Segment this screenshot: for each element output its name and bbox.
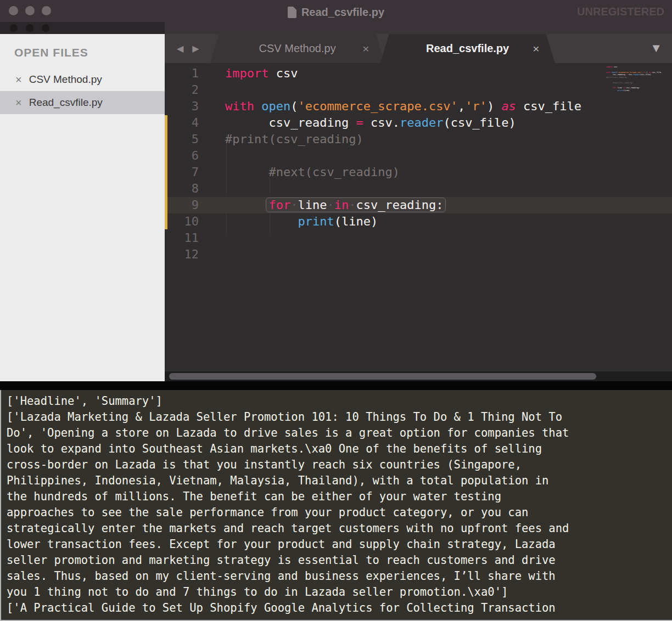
code-text — [209, 246, 225, 263]
code-token: open — [261, 99, 290, 113]
code-token: (csv_file) — [640, 74, 651, 76]
code-line-9[interactable]: 9 for·line·in·csv_reading: — [165, 197, 672, 213]
file-name-label: CSV Method.py — [29, 74, 102, 86]
code-token: print — [298, 214, 334, 228]
code-line-4[interactable]: 4 csv_reading = csv.reader(csv_file) — [165, 115, 672, 131]
code-text: csv_reading = csv.reader(csv_file) — [209, 115, 516, 131]
code-token: #next(csv_reading) — [606, 82, 633, 84]
console-line: ['A Practical Guide to Set Up Shopify Go… — [7, 600, 672, 616]
tab-overflow-icon[interactable]: ▼ — [650, 41, 662, 55]
console-line: seller promotion and marketing strategy … — [7, 552, 672, 568]
code-token: csv — [268, 66, 298, 80]
line-number: 5 — [165, 131, 209, 148]
tab-csv-method-py[interactable]: CSV Method.py× — [210, 34, 385, 63]
code-token: · — [327, 198, 334, 212]
code-line-1[interactable]: 1import csv — [165, 65, 672, 82]
modified-region-marker — [165, 115, 167, 229]
code-token: csv. — [628, 74, 633, 76]
code-line-3[interactable]: 3with open('ecommerce_scrape.csv','r') a… — [165, 98, 672, 115]
code-token: (line) — [623, 89, 630, 92]
code-token: 'r' — [465, 99, 487, 113]
code-token — [606, 87, 613, 89]
minimap[interactable]: import csvwith open('ecommerce_scrape.cs… — [605, 65, 672, 99]
code-line-7[interactable]: 7 #next(csv_reading) — [165, 164, 672, 180]
line-number: 6 — [165, 148, 209, 164]
sublime-text-window: Read_csvfile.py UNREGISTERED OPEN FILES … — [0, 0, 672, 621]
code-token: csv_file — [651, 71, 661, 74]
code-line-10[interactable]: 10 print(line) — [165, 213, 672, 230]
registration-status: UNREGISTERED — [577, 5, 664, 18]
code-token: csv_reading: — [626, 87, 640, 89]
tab-label: Read_csvfile.py — [426, 42, 509, 55]
code-line-12[interactable]: 12 — [165, 246, 672, 263]
code-token: as — [501, 99, 516, 113]
console-line: strategically enter the markets and reac… — [7, 521, 672, 537]
code-token: print — [617, 89, 623, 92]
document-icon — [288, 7, 296, 18]
console-output-panel[interactable]: ['Headline', 'Summary']['Lazada Marketin… — [0, 390, 672, 621]
code-token: #print(csv_reading) — [225, 132, 363, 146]
line-number: 12 — [165, 246, 209, 263]
close-file-icon[interactable]: × — [15, 97, 22, 108]
console-line: Do', 'Opening a store on Lazada to drive… — [7, 425, 672, 441]
code-token: ) — [487, 99, 502, 113]
open-files-header: OPEN FILES — [0, 42, 165, 68]
line-number: 4 — [165, 115, 209, 131]
code-editor[interactable]: 1import csv23with open('ecommerce_scrape… — [165, 63, 672, 371]
code-token: #next(csv_reading) — [225, 165, 400, 179]
titlebar: Read_csvfile.py UNREGISTERED — [0, 0, 672, 34]
code-token: 'ecommerce_scrape.csv' — [617, 71, 642, 74]
code-text: with open('ecommerce_scrape.csv','r') as… — [209, 98, 581, 115]
code-token: reader — [633, 74, 640, 76]
line-number: 10 — [165, 213, 209, 230]
line-number: 8 — [165, 180, 209, 197]
titlebar-substrip — [0, 22, 165, 34]
code-text: for·line·in·csv_reading: — [209, 197, 446, 213]
code-token: = — [356, 116, 363, 129]
code-text — [209, 82, 225, 98]
close-file-icon[interactable]: × — [15, 74, 22, 85]
code-line-11[interactable]: 11 — [165, 230, 672, 246]
code-token: csv_reading — [225, 116, 356, 129]
code-token: , — [458, 99, 465, 113]
console-line: look to expand into Southeast Asian mark… — [7, 441, 672, 457]
code-line-2[interactable]: 2 — [165, 82, 672, 98]
code-line-8[interactable]: 8 — [165, 180, 672, 197]
editor-column: ◀ ▶ CSV Method.py×Read_csvfile.py× ▼ 1im… — [165, 34, 672, 381]
code-token: import — [225, 66, 268, 80]
titlebar-dot-icon — [42, 24, 49, 32]
console-line: the hundreds of millions. The benefit ca… — [7, 489, 672, 505]
scrollbar-thumb[interactable] — [169, 373, 596, 380]
code-token: import — [606, 66, 613, 68]
sidebar-file-csv-method-py[interactable]: ×CSV Method.py — [0, 68, 165, 91]
code-text — [209, 230, 225, 246]
line-number: 3 — [165, 98, 209, 115]
console-line: Philippines, Indonesia, Vietnam, Malaysi… — [7, 473, 672, 489]
code-token: line — [617, 87, 621, 89]
main-area: OPEN FILES ×CSV Method.py×Read_csvfile.p… — [0, 34, 672, 381]
line-number: 11 — [165, 230, 209, 246]
sidebar-file-read_csvfile-py[interactable]: ×Read_csvfile.py — [0, 91, 165, 114]
code-token: · — [349, 198, 356, 212]
code-token: with — [225, 99, 254, 113]
forward-arrow-icon[interactable]: ▶ — [192, 43, 199, 54]
code-text: import csv — [209, 65, 298, 82]
close-tab-icon[interactable]: × — [533, 42, 539, 55]
code-token: line — [298, 198, 327, 212]
code-token: with — [606, 71, 611, 74]
tab-read_csvfile-py[interactable]: Read_csvfile.py× — [380, 34, 555, 63]
code-text: print(line) — [209, 213, 378, 230]
console-line: approaches to see the sale performance f… — [7, 505, 672, 521]
back-arrow-icon[interactable]: ◀ — [177, 43, 183, 54]
code-token: csv. — [363, 116, 400, 129]
console-line: lower transaction fees. Except for your … — [7, 537, 672, 552]
titlebar-dot-icon — [10, 24, 18, 32]
horizontal-scrollbar[interactable] — [165, 371, 672, 381]
code-token: ( — [290, 99, 298, 113]
line-number: 1 — [165, 65, 209, 82]
code-line-5[interactable]: 5#print(csv_reading) — [165, 131, 672, 148]
close-tab-icon[interactable]: × — [362, 42, 369, 55]
line-number: 7 — [165, 164, 209, 180]
code-line-6[interactable]: 6 — [165, 148, 672, 164]
code-token: csv — [613, 66, 617, 68]
